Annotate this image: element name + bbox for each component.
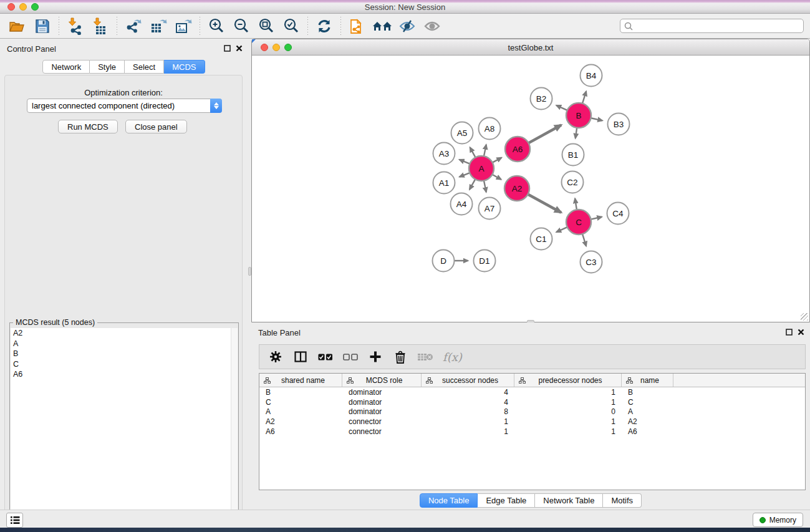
result-item-c[interactable]: C	[11, 359, 231, 370]
graph-node-A[interactable]: A	[469, 156, 494, 181]
table-row-a[interactable]: Adominator80A	[259, 407, 805, 417]
memory-button[interactable]: Memory	[753, 513, 803, 527]
criterion-select[interactable]: largest connected component (directed)	[27, 99, 222, 113]
delete-column-button[interactable]	[389, 347, 412, 367]
network-window-titlebar[interactable]: testGlobe.txt	[252, 39, 809, 56]
table-settings-button[interactable]	[264, 347, 287, 367]
graph-node-B4[interactable]: B4	[581, 65, 602, 87]
import-table-disabled-button[interactable]	[414, 347, 436, 367]
table-row-b[interactable]: Bdominator41B	[259, 387, 805, 397]
graph-node-D1[interactable]: D1	[474, 250, 496, 272]
tab-select[interactable]: Select	[125, 60, 164, 74]
graph-node-D[interactable]: D	[433, 250, 455, 272]
tab-mcds[interactable]: MCDS	[164, 60, 205, 74]
tab-network-table[interactable]: Network Table	[535, 493, 603, 508]
run-mcds-button[interactable]: Run MCDS	[58, 120, 118, 133]
network-from-file-button[interactable]	[345, 16, 370, 37]
graph-edge-C-C1[interactable]	[556, 227, 567, 232]
graph-node-B[interactable]: B	[566, 103, 591, 128]
column-header-MCDS-role[interactable]: MCDS role	[342, 374, 422, 387]
graph-edge-A-A3[interactable]	[460, 160, 470, 164]
splitter-grip[interactable]	[248, 267, 251, 276]
graph-edge-C-C3[interactable]	[582, 234, 586, 246]
graph-node-A6[interactable]: A6	[505, 137, 530, 162]
graph-edge-A-A7[interactable]	[484, 181, 486, 192]
refresh-button[interactable]	[312, 16, 337, 37]
tab-edge-table[interactable]: Edge Table	[478, 493, 535, 508]
float-panel-button[interactable]	[223, 44, 231, 52]
network-canvas[interactable]: B4B2BB3A5A8A6B1A3AA1C2A2A4A7C4CC1C3DD1	[253, 56, 809, 322]
deselect-all-button[interactable]	[339, 347, 362, 367]
graph-edge-C-C4[interactable]	[591, 217, 602, 220]
import-network-button[interactable]	[63, 16, 88, 37]
zoom-fit-button[interactable]	[254, 16, 279, 37]
close-panel-action-button[interactable]: Close panel	[125, 120, 187, 133]
graph-edge-B-B1[interactable]	[576, 128, 577, 138]
result-item-a2[interactable]: A2	[11, 328, 231, 339]
split-table-view-button[interactable]	[289, 347, 312, 367]
graph-node-B2[interactable]: B2	[531, 88, 552, 110]
graph-edge-A-A5[interactable]	[470, 147, 476, 157]
close-table-panel-button[interactable]	[796, 327, 805, 336]
graph-edge-B-B2[interactable]	[556, 105, 567, 110]
graph-edge-A2-C[interactable]	[528, 195, 561, 213]
graph-edge-C-C2[interactable]	[575, 198, 577, 210]
graph-edge-A-A6[interactable]	[493, 158, 502, 163]
column-header-name[interactable]: name	[622, 374, 673, 387]
select-all-button[interactable]	[314, 347, 337, 367]
graph-edge-A-A4[interactable]	[470, 179, 475, 189]
tab-network[interactable]: Network	[42, 60, 90, 74]
save-session-button[interactable]	[30, 16, 55, 37]
zoom-selected-button[interactable]	[279, 16, 304, 37]
graph-node-A4[interactable]: A4	[451, 193, 473, 215]
table-row-a6[interactable]: A6connector11A6	[259, 427, 805, 437]
zoom-out-button[interactable]	[229, 16, 254, 37]
column-header-shared-name[interactable]: shared name	[259, 374, 342, 387]
graph-node-A7[interactable]: A7	[479, 198, 501, 220]
open-session-button[interactable]	[5, 16, 30, 37]
home-button[interactable]	[370, 16, 395, 37]
graph-edge-A-A2[interactable]	[492, 175, 501, 180]
graph-node-A1[interactable]: A1	[433, 172, 455, 194]
graph-edge-A-A1[interactable]	[460, 173, 470, 177]
column-header-successor-nodes[interactable]: successor nodes	[422, 374, 514, 387]
show-graphics-button[interactable]	[420, 16, 445, 37]
export-table-button[interactable]	[146, 16, 171, 37]
export-network-button[interactable]	[121, 16, 146, 37]
graph-node-C2[interactable]: C2	[562, 172, 584, 193]
table-row-c[interactable]: Cdominator41C	[259, 397, 805, 407]
graph-node-B1[interactable]: B1	[562, 144, 584, 166]
float-table-panel-button[interactable]	[784, 327, 793, 336]
export-image-button[interactable]	[171, 16, 196, 37]
result-item-b[interactable]: B	[11, 349, 231, 359]
graph-node-A2[interactable]: A2	[504, 176, 529, 201]
graph-node-A5[interactable]: A5	[451, 122, 473, 144]
add-column-button[interactable]	[364, 347, 387, 367]
result-item-a[interactable]: A	[11, 339, 231, 349]
function-builder-button[interactable]: f(x)	[443, 351, 462, 364]
table-row-a2[interactable]: A2connector11A2	[259, 417, 805, 427]
task-history-button[interactable]	[6, 513, 23, 528]
graph-node-A3[interactable]: A3	[433, 143, 455, 165]
graph-node-C1[interactable]: C1	[531, 228, 552, 250]
result-item-a6[interactable]: A6	[11, 369, 231, 380]
tab-motifs[interactable]: Motifs	[603, 493, 642, 508]
import-table-button[interactable]	[88, 16, 113, 37]
column-header-predecessor-nodes[interactable]: predecessor nodes	[514, 374, 622, 387]
graph-edge-B-B3[interactable]	[591, 118, 603, 120]
graph-node-C4[interactable]: C4	[607, 203, 629, 225]
search-input[interactable]	[634, 20, 803, 32]
result-list-scrollbar[interactable]	[231, 328, 238, 532]
zoom-in-button[interactable]	[204, 16, 229, 37]
graph-node-C[interactable]: C	[566, 210, 591, 235]
graph-edge-B-B4[interactable]	[582, 91, 586, 104]
graph-node-B3[interactable]: B3	[608, 114, 630, 135]
mcds-result-list[interactable]: A2ABCA6	[11, 328, 231, 532]
close-panel-button[interactable]	[234, 44, 243, 52]
graph-node-C3[interactable]: C3	[581, 251, 602, 273]
graph-edge-A6-B[interactable]	[529, 125, 561, 143]
window-resize-grip[interactable]	[801, 313, 808, 321]
tab-node-table[interactable]: Node Table	[420, 493, 478, 508]
tab-style[interactable]: Style	[90, 60, 125, 74]
graph-edge-A-A8[interactable]	[484, 145, 486, 156]
